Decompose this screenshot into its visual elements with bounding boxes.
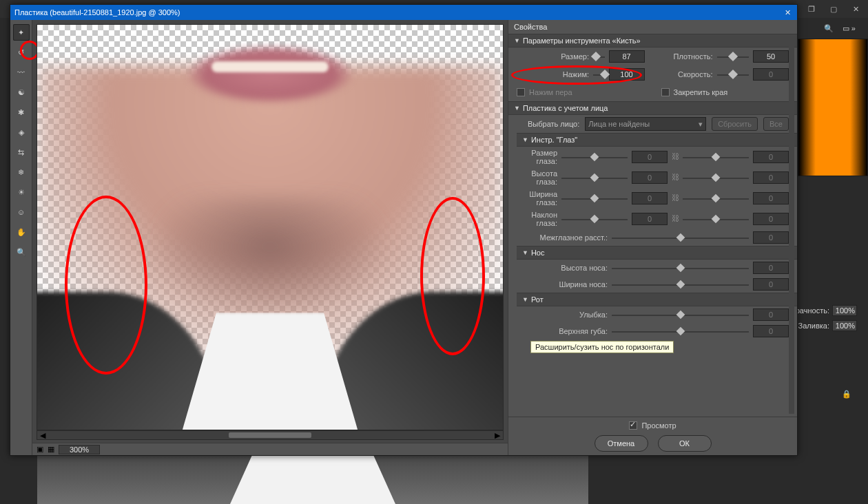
all-faces-button: Все — [763, 117, 789, 131]
hand-tool[interactable]: ✋ — [13, 224, 30, 240]
grid-icon[interactable]: ▦ — [48, 445, 54, 454]
freeze-mask-tool[interactable]: ❄ — [13, 164, 30, 180]
eye-tilt-left-slider[interactable] — [561, 214, 628, 224]
eye-height-left-value[interactable] — [632, 171, 668, 184]
pin-edges-checkbox[interactable] — [661, 88, 670, 96]
app-restore-button[interactable]: ❐ — [802, 2, 821, 16]
select-face-dropdown[interactable]: Лица не найдены▾ — [585, 117, 706, 131]
rate-slider[interactable] — [717, 70, 750, 79]
zoom-field[interactable] — [59, 445, 100, 454]
thaw-mask-tool[interactable]: ☀ — [13, 184, 30, 200]
scroll-thumb[interactable] — [229, 432, 311, 438]
size-value[interactable] — [609, 50, 645, 63]
eye-distance-slider[interactable] — [612, 233, 749, 242]
color-panel[interactable] — [798, 39, 868, 176]
scroll-right-icon[interactable]: ▶ — [495, 431, 500, 440]
eye-tilt-label: Наклон глаза: — [511, 211, 557, 227]
mouth-section-header[interactable]: Рот — [517, 293, 797, 306]
properties-scrollbar[interactable] — [789, 41, 794, 414]
nose-height-slider[interactable] — [612, 263, 749, 273]
brush-section-header[interactable]: Параметры инструмента «Кисть» — [508, 34, 797, 48]
document-canvas[interactable] — [37, 24, 504, 430]
eye-height-left-slider[interactable] — [561, 173, 628, 182]
select-face-label: Выбрать лицо: — [528, 120, 579, 128]
nose-height-label: Высота носа: — [511, 264, 608, 272]
eye-distance-value[interactable] — [753, 231, 789, 244]
workspace-icons[interactable]: ▭ » — [843, 24, 856, 33]
eye-width-left-value[interactable] — [632, 192, 668, 204]
preview-checkbox[interactable] — [629, 421, 637, 430]
nose-height-value[interactable] — [753, 262, 789, 274]
link-icon[interactable]: ⛓ — [672, 152, 679, 162]
fit-icon[interactable]: ▣ — [37, 445, 43, 454]
nose-width-value[interactable] — [753, 278, 789, 291]
smooth-tool[interactable]: 〰 — [13, 64, 30, 81]
eye-size-right-value[interactable] — [753, 151, 789, 163]
zoom-tool[interactable]: 🔍 — [13, 244, 30, 260]
liquify-toolbar: ✦ ↺ 〰 ☯ ✱ ◈ ⇆ ❄ ☀ ☺ ✋ 🔍 — [10, 20, 32, 455]
push-left-tool[interactable]: ⇆ — [13, 144, 30, 160]
link-icon[interactable]: ⛓ — [672, 173, 679, 182]
face-tool[interactable]: ☺ — [13, 204, 30, 220]
eye-size-left-slider[interactable] — [561, 152, 628, 162]
density-label: Плотность: — [661, 52, 713, 61]
ok-button[interactable]: ОК — [658, 435, 712, 452]
link-icon[interactable]: ⛓ — [672, 214, 679, 224]
eye-size-right-slider[interactable] — [683, 152, 749, 162]
nose-width-label: Ширина носа: — [511, 280, 608, 288]
dialog-close-icon[interactable]: ✕ — [782, 8, 793, 17]
pressure-value[interactable] — [609, 68, 645, 81]
properties-panel: Свойства Параметры инструмента «Кисть» Р… — [508, 20, 797, 455]
eye-tilt-right-slider[interactable] — [683, 214, 749, 224]
scroll-left-icon[interactable]: ◀ — [40, 431, 45, 440]
background-document — [37, 456, 588, 504]
eye-size-left-value[interactable] — [632, 151, 668, 163]
dialog-titlebar[interactable]: Пластика (beautiful-2150881_1920.jpg @ 3… — [10, 5, 797, 20]
app-maximize-button[interactable]: ▢ — [824, 2, 843, 16]
smile-slider[interactable] — [612, 310, 749, 319]
eye-width-label: Ширина глаза: — [511, 190, 557, 207]
eye-height-right-value[interactable] — [753, 171, 789, 184]
eye-width-right-value[interactable] — [753, 192, 789, 204]
density-slider[interactable] — [717, 52, 750, 61]
size-slider[interactable] — [593, 52, 605, 61]
search-icon[interactable]: 🔍 — [824, 24, 834, 33]
upper-lip-value[interactable] — [753, 325, 789, 337]
horizontal-scrollbar[interactable]: ◀ ▶ — [37, 430, 504, 440]
eye-distance-label: Межглазное расст.: — [511, 233, 608, 242]
rate-value — [753, 68, 789, 81]
upper-lip-label: Верхняя губа: — [511, 327, 608, 335]
eye-tilt-right-value[interactable] — [753, 213, 789, 225]
eye-size-label: Размер глаза: — [511, 149, 557, 165]
nose-section-header[interactable]: Нос — [517, 246, 797, 260]
properties-title: Свойства — [508, 20, 797, 34]
reset-face-button: Сбросить — [712, 117, 758, 131]
app-close-button[interactable]: ✕ — [846, 2, 865, 16]
twirl-tool[interactable]: ☯ — [13, 84, 30, 101]
eye-width-left-slider[interactable] — [561, 193, 628, 203]
tooltip: Расширить/сузить нос по горизонтали — [530, 341, 674, 353]
pucker-tool[interactable]: ✱ — [13, 104, 30, 120]
fill-field[interactable] — [832, 320, 857, 331]
cancel-button[interactable]: Отмена — [595, 435, 648, 452]
eye-height-right-slider[interactable] — [683, 173, 749, 182]
pressure-slider[interactable] — [593, 70, 605, 79]
bloat-tool[interactable]: ◈ — [13, 124, 30, 140]
link-icon[interactable]: ⛓ — [672, 193, 679, 203]
smile-label: Улыбка: — [511, 311, 608, 319]
pen-pressure-checkbox — [517, 88, 525, 96]
upper-lip-slider[interactable] — [612, 326, 749, 336]
faceaware-section-header[interactable]: Пластика с учетом лица — [508, 101, 797, 115]
smile-value[interactable] — [753, 308, 789, 321]
pressure-label: Нажим: — [517, 70, 589, 78]
reconstruct-tool[interactable]: ↺ — [13, 44, 30, 61]
nose-width-slider[interactable] — [612, 280, 749, 289]
opacity-field[interactable] — [832, 305, 857, 316]
preview-label: Просмотр — [641, 421, 676, 430]
density-value[interactable] — [753, 50, 789, 63]
chevron-down-icon: ▾ — [699, 120, 703, 129]
eye-width-right-slider[interactable] — [683, 193, 749, 203]
eyes-section-header[interactable]: Инстр. "Глаз" — [517, 133, 797, 147]
forward-warp-tool[interactable]: ✦ — [13, 24, 30, 41]
eye-tilt-left-value[interactable] — [632, 213, 668, 225]
